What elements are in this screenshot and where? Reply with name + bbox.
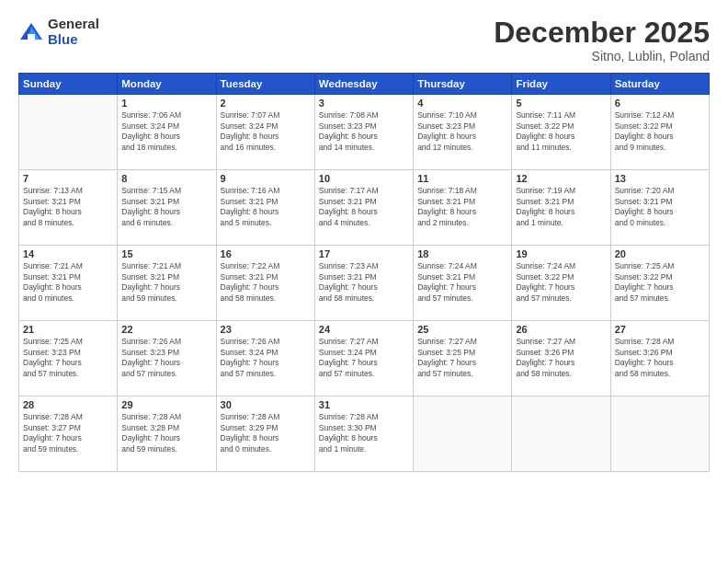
calendar-cell: 28Sunrise: 7:28 AM Sunset: 3:27 PM Dayli… [19,396,118,472]
day-info: Sunrise: 7:06 AM Sunset: 3:24 PM Dayligh… [121,110,211,153]
logo-blue: Blue [48,32,99,48]
calendar-cell: 23Sunrise: 7:26 AM Sunset: 3:24 PM Dayli… [216,321,314,396]
calendar-cell: 27Sunrise: 7:28 AM Sunset: 3:26 PM Dayli… [610,321,709,396]
day-info: Sunrise: 7:19 AM Sunset: 3:21 PM Dayligh… [516,186,606,228]
day-info: Sunrise: 7:27 AM Sunset: 3:25 PM Dayligh… [417,337,507,379]
calendar-cell: 17Sunrise: 7:23 AM Sunset: 3:21 PM Dayli… [314,246,413,321]
month-title: December 2025 [494,17,710,49]
day-number: 26 [516,324,606,335]
calendar-cell [512,396,610,472]
day-info: Sunrise: 7:26 AM Sunset: 3:23 PM Dayligh… [121,337,211,379]
day-number: 31 [319,399,409,410]
location-subtitle: Sitno, Lublin, Poland [494,49,710,63]
weekday-header-friday: Friday [512,74,610,95]
day-number: 27 [615,324,705,335]
day-number: 13 [615,173,705,184]
calendar-cell: 5Sunrise: 7:11 AM Sunset: 3:22 PM Daylig… [512,95,610,170]
header: General Blue December 2025 Sitno, Lublin… [18,17,710,63]
day-number: 1 [121,98,211,109]
day-info: Sunrise: 7:28 AM Sunset: 3:26 PM Dayligh… [615,337,705,379]
day-number: 22 [121,324,211,335]
day-info: Sunrise: 7:12 AM Sunset: 3:22 PM Dayligh… [615,110,705,153]
day-info: Sunrise: 7:25 AM Sunset: 3:23 PM Dayligh… [23,337,113,379]
day-info: Sunrise: 7:10 AM Sunset: 3:23 PM Dayligh… [417,110,507,153]
day-number: 9 [221,173,311,184]
day-info: Sunrise: 7:21 AM Sunset: 3:21 PM Dayligh… [23,261,113,304]
calendar-cell: 10Sunrise: 7:17 AM Sunset: 3:21 PM Dayli… [314,170,413,246]
day-number: 25 [417,324,507,335]
day-number: 28 [23,399,113,410]
day-info: Sunrise: 7:17 AM Sunset: 3:21 PM Dayligh… [319,186,409,228]
calendar-cell: 4Sunrise: 7:10 AM Sunset: 3:23 PM Daylig… [414,95,512,170]
day-info: Sunrise: 7:28 AM Sunset: 3:27 PM Dayligh… [23,412,113,454]
day-info: Sunrise: 7:22 AM Sunset: 3:21 PM Dayligh… [221,261,311,304]
calendar-cell: 16Sunrise: 7:22 AM Sunset: 3:21 PM Dayli… [216,246,314,321]
day-info: Sunrise: 7:24 AM Sunset: 3:21 PM Dayligh… [417,261,507,304]
calendar-cell: 25Sunrise: 7:27 AM Sunset: 3:25 PM Dayli… [414,321,512,396]
weekday-header-saturday: Saturday [610,74,709,95]
calendar-cell: 30Sunrise: 7:28 AM Sunset: 3:29 PM Dayli… [216,396,314,472]
calendar-cell: 15Sunrise: 7:21 AM Sunset: 3:21 PM Dayli… [118,246,216,321]
calendar-cell: 24Sunrise: 7:27 AM Sunset: 3:24 PM Dayli… [314,321,413,396]
week-row-5: 28Sunrise: 7:28 AM Sunset: 3:27 PM Dayli… [19,396,710,472]
day-number: 30 [221,399,311,410]
day-number: 15 [121,248,211,259]
day-info: Sunrise: 7:15 AM Sunset: 3:21 PM Dayligh… [121,186,211,228]
day-number: 10 [319,173,409,184]
calendar-cell: 31Sunrise: 7:28 AM Sunset: 3:30 PM Dayli… [314,396,413,472]
title-block: December 2025 Sitno, Lublin, Poland [494,17,710,63]
day-info: Sunrise: 7:16 AM Sunset: 3:21 PM Dayligh… [221,186,311,228]
calendar-cell: 13Sunrise: 7:20 AM Sunset: 3:21 PM Dayli… [610,170,709,246]
week-row-4: 21Sunrise: 7:25 AM Sunset: 3:23 PM Dayli… [19,321,710,396]
calendar-cell: 22Sunrise: 7:26 AM Sunset: 3:23 PM Dayli… [118,321,216,396]
day-number: 5 [516,98,606,109]
day-number: 29 [121,399,211,410]
day-number: 6 [615,98,705,109]
day-number: 21 [23,324,113,335]
day-info: Sunrise: 7:25 AM Sunset: 3:22 PM Dayligh… [615,261,705,304]
calendar-cell: 8Sunrise: 7:15 AM Sunset: 3:21 PM Daylig… [118,170,216,246]
day-number: 20 [615,248,705,259]
week-row-2: 7Sunrise: 7:13 AM Sunset: 3:21 PM Daylig… [19,170,710,246]
logo-text: General Blue [48,17,99,47]
day-info: Sunrise: 7:11 AM Sunset: 3:22 PM Dayligh… [516,110,606,153]
logo-icon [18,19,44,45]
calendar-cell: 18Sunrise: 7:24 AM Sunset: 3:21 PM Dayli… [414,246,512,321]
calendar-cell: 14Sunrise: 7:21 AM Sunset: 3:21 PM Dayli… [19,246,118,321]
calendar-cell: 6Sunrise: 7:12 AM Sunset: 3:22 PM Daylig… [610,95,709,170]
calendar-cell: 26Sunrise: 7:27 AM Sunset: 3:26 PM Dayli… [512,321,610,396]
calendar-cell: 1Sunrise: 7:06 AM Sunset: 3:24 PM Daylig… [118,95,216,170]
logo-general: General [48,17,99,32]
day-info: Sunrise: 7:08 AM Sunset: 3:23 PM Dayligh… [319,110,409,153]
day-number: 18 [417,248,507,259]
day-number: 4 [417,98,507,109]
day-info: Sunrise: 7:27 AM Sunset: 3:26 PM Dayligh… [516,337,606,379]
calendar-cell: 29Sunrise: 7:28 AM Sunset: 3:28 PM Dayli… [118,396,216,472]
day-number: 14 [23,248,113,259]
day-info: Sunrise: 7:24 AM Sunset: 3:22 PM Dayligh… [516,261,606,304]
page: General Blue December 2025 Sitno, Lublin… [0,0,728,563]
calendar-cell: 21Sunrise: 7:25 AM Sunset: 3:23 PM Dayli… [19,321,118,396]
calendar-cell: 9Sunrise: 7:16 AM Sunset: 3:21 PM Daylig… [216,170,314,246]
day-info: Sunrise: 7:21 AM Sunset: 3:21 PM Dayligh… [121,261,211,304]
weekday-header-sunday: Sunday [19,74,118,95]
day-info: Sunrise: 7:13 AM Sunset: 3:21 PM Dayligh… [23,186,113,228]
calendar-cell [19,95,118,170]
day-number: 8 [121,173,211,184]
day-info: Sunrise: 7:07 AM Sunset: 3:24 PM Dayligh… [221,110,311,153]
day-info: Sunrise: 7:23 AM Sunset: 3:21 PM Dayligh… [319,261,409,304]
day-number: 7 [23,173,113,184]
calendar-cell [414,396,512,472]
day-info: Sunrise: 7:28 AM Sunset: 3:30 PM Dayligh… [319,412,409,454]
weekday-header-row: SundayMondayTuesdayWednesdayThursdayFrid… [19,74,710,95]
weekday-header-tuesday: Tuesday [216,74,314,95]
calendar-cell: 2Sunrise: 7:07 AM Sunset: 3:24 PM Daylig… [216,95,314,170]
day-number: 16 [221,248,311,259]
day-info: Sunrise: 7:18 AM Sunset: 3:21 PM Dayligh… [417,186,507,228]
day-number: 23 [221,324,311,335]
calendar-table: SundayMondayTuesdayWednesdayThursdayFrid… [18,73,710,472]
weekday-header-thursday: Thursday [414,74,512,95]
day-info: Sunrise: 7:28 AM Sunset: 3:28 PM Dayligh… [121,412,211,454]
calendar-cell [610,396,709,472]
day-info: Sunrise: 7:20 AM Sunset: 3:21 PM Dayligh… [615,186,705,228]
